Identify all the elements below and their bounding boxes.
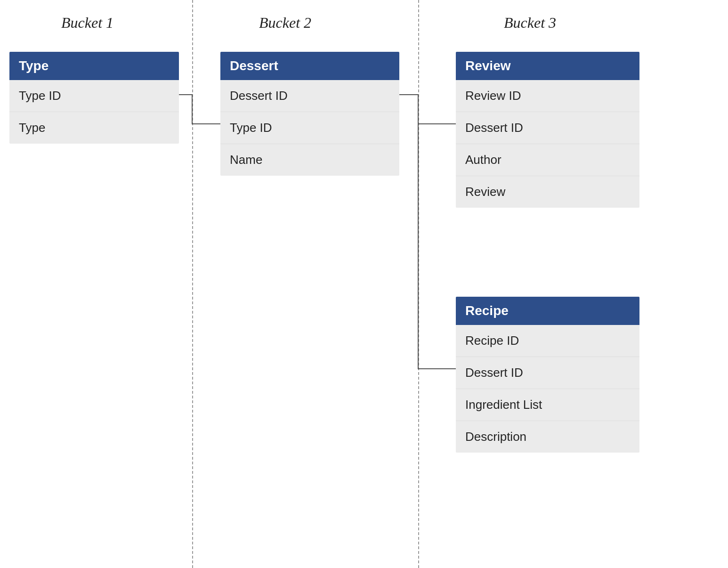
entity-review-header: Review	[456, 52, 639, 80]
recipe-field-recipeid: Recipe ID	[456, 325, 639, 357]
review-field-reviewid: Review ID	[456, 80, 639, 112]
entity-dessert-body: Dessert ID Type ID Name	[220, 80, 399, 176]
bucket-1-label: Bucket 1	[61, 14, 113, 32]
entity-recipe-body: Recipe ID Dessert ID Ingredient List Des…	[456, 325, 639, 453]
review-field-dessertid: Dessert ID	[456, 112, 639, 144]
connector-dessert-to-review	[399, 95, 456, 124]
entity-review: Review Review ID Dessert ID Author Revie…	[456, 52, 639, 208]
entity-dessert-header: Dessert	[220, 52, 399, 80]
recipe-field-dessertid: Dessert ID	[456, 357, 639, 389]
bucket-3-label: Bucket 3	[504, 14, 556, 32]
entity-type-body: Type ID Type	[9, 80, 179, 144]
connector-dessert-to-recipe	[399, 95, 456, 369]
dessert-field-typeid: Type ID	[220, 112, 399, 144]
type-field-typeid: Type ID	[9, 80, 179, 112]
dashed-line-2	[418, 0, 419, 568]
entity-type: Type Type ID Type	[9, 52, 179, 144]
entity-recipe-header: Recipe	[456, 297, 639, 325]
review-field-author: Author	[456, 144, 639, 176]
dessert-field-dessertid: Dessert ID	[220, 80, 399, 112]
dessert-field-name: Name	[220, 144, 399, 176]
entity-type-header: Type	[9, 52, 179, 80]
type-field-type: Type	[9, 112, 179, 144]
entity-review-body: Review ID Dessert ID Author Review	[456, 80, 639, 208]
recipe-field-ingredientlist: Ingredient List	[456, 389, 639, 421]
review-field-review: Review	[456, 176, 639, 208]
diagram-container: Bucket 1 Bucket 2 Bucket 3 Type Type ID …	[0, 0, 728, 568]
entity-dessert: Dessert Dessert ID Type ID Name	[220, 52, 399, 176]
recipe-field-description: Description	[456, 421, 639, 453]
bucket-2-label: Bucket 2	[259, 14, 311, 32]
entity-recipe: Recipe Recipe ID Dessert ID Ingredient L…	[456, 297, 639, 453]
connector-type-to-dessert	[179, 95, 220, 124]
dashed-line-1	[192, 0, 193, 568]
